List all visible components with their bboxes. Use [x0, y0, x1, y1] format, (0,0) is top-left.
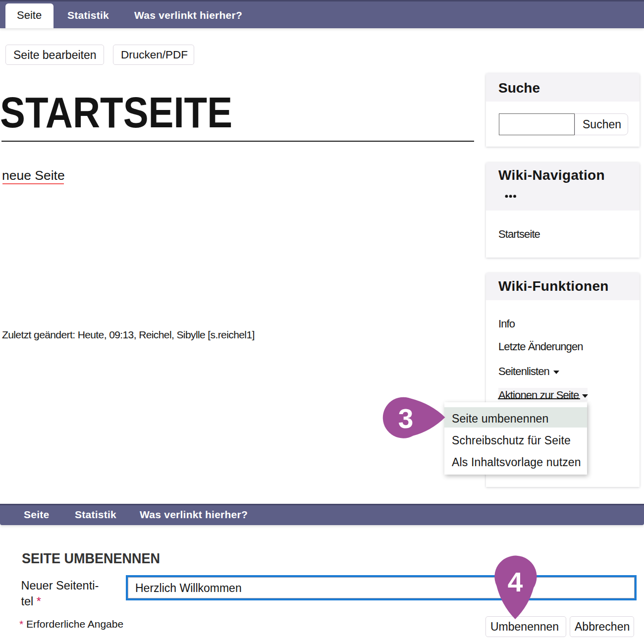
svg-text:4: 4 [508, 567, 523, 597]
svg-text:3: 3 [398, 403, 414, 434]
